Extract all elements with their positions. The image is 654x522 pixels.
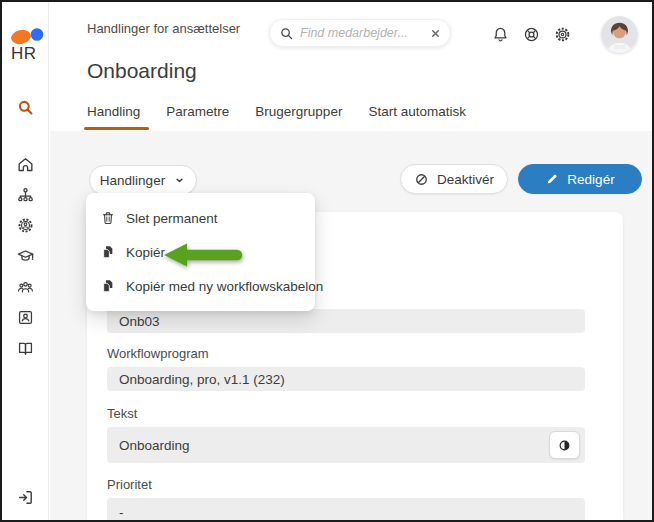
field-id: Onb03 xyxy=(107,309,585,333)
content-area: Handlinger Deaktivér Redigér Onb03 Wo xyxy=(50,131,654,520)
field-tekst-label: Tekst xyxy=(107,406,585,421)
tab-handling[interactable]: Handling xyxy=(87,104,140,130)
page-title: Onboarding xyxy=(87,59,197,83)
copy-icon xyxy=(100,278,116,294)
field-id-value: Onb03 xyxy=(119,314,160,329)
edit-button-label: Redigér xyxy=(567,172,614,187)
deactivate-button-label: Deaktivér xyxy=(437,172,494,187)
field-workflowprogram-label: Workflowprogram xyxy=(107,346,585,361)
actions-button-label: Handlinger xyxy=(100,173,165,188)
sidebar-settings-user-icon[interactable] xyxy=(16,216,35,235)
tab-bar: Handling Parametre Brugergrupper Start a… xyxy=(87,104,466,130)
search-icon xyxy=(279,26,294,41)
notifications-bell-icon[interactable] xyxy=(491,25,510,44)
tab-parametre[interactable]: Parametre xyxy=(166,104,229,130)
field-prioritet-label: Prioritet xyxy=(107,477,585,492)
menu-item-kopier-med-ny-workflowskabelon[interactable]: Kopiér med ny workflowskabelon xyxy=(86,269,315,303)
user-avatar[interactable] xyxy=(601,16,638,53)
edit-button[interactable]: Redigér xyxy=(518,164,642,194)
field-workflowprogram-value: Onboarding, pro, v1.1 (232) xyxy=(119,372,285,387)
sidebar-graduation-cap-icon[interactable] xyxy=(16,247,35,266)
translate-globe-button[interactable] xyxy=(549,431,580,459)
sidebar-team-icon[interactable] xyxy=(16,278,35,297)
field-tekst-value: Onboarding xyxy=(119,438,190,453)
chevron-down-icon xyxy=(173,174,186,187)
deactivate-button[interactable]: Deaktivér xyxy=(400,164,508,194)
tab-start-automatisk[interactable]: Start automatisk xyxy=(368,104,466,130)
trash-icon xyxy=(100,210,116,226)
brand-text: HR xyxy=(11,44,37,64)
field-workflowprogram: Onboarding, pro, v1.1 (232) xyxy=(107,367,585,391)
help-lifebuoy-icon[interactable] xyxy=(522,25,541,44)
tab-brugergrupper[interactable]: Brugergrupper xyxy=(255,104,342,130)
clear-search-icon[interactable] xyxy=(430,28,441,39)
prohibited-icon xyxy=(414,172,429,187)
field-prioritet: - xyxy=(107,498,585,522)
app-section-title: Handlinger for ansættelser xyxy=(87,21,240,36)
actions-dropdown-button[interactable]: Handlinger xyxy=(89,165,197,195)
menu-item-label: Kopiér xyxy=(126,245,165,260)
sidebar-search-icon[interactable] xyxy=(16,98,35,117)
sidebar-logout-icon[interactable] xyxy=(16,488,35,507)
copy-icon xyxy=(100,244,116,260)
brand-logo-icon xyxy=(10,26,44,46)
field-tekst: Onboarding xyxy=(107,427,585,463)
menu-item-slet-permanent[interactable]: Slet permanent xyxy=(86,201,315,235)
field-prioritet-value: - xyxy=(119,505,124,520)
sidebar-home-icon[interactable] xyxy=(16,155,35,174)
sidebar-handbook-icon[interactable] xyxy=(16,339,35,358)
sidebar-employee-card-icon[interactable] xyxy=(16,308,35,327)
annotation-arrow-icon xyxy=(162,241,248,269)
search-input[interactable] xyxy=(294,26,430,40)
pencil-icon xyxy=(545,172,559,186)
employee-search[interactable] xyxy=(269,19,451,47)
menu-item-label: Kopiér med ny workflowskabelon xyxy=(126,279,323,294)
settings-gear-icon[interactable] xyxy=(553,25,572,44)
sidebar-org-chart-icon[interactable] xyxy=(16,186,35,205)
sidebar: HR xyxy=(2,2,49,520)
menu-item-label: Slet permanent xyxy=(126,211,218,226)
app-window: HR Handlinger for ansættelser xyxy=(0,0,654,522)
